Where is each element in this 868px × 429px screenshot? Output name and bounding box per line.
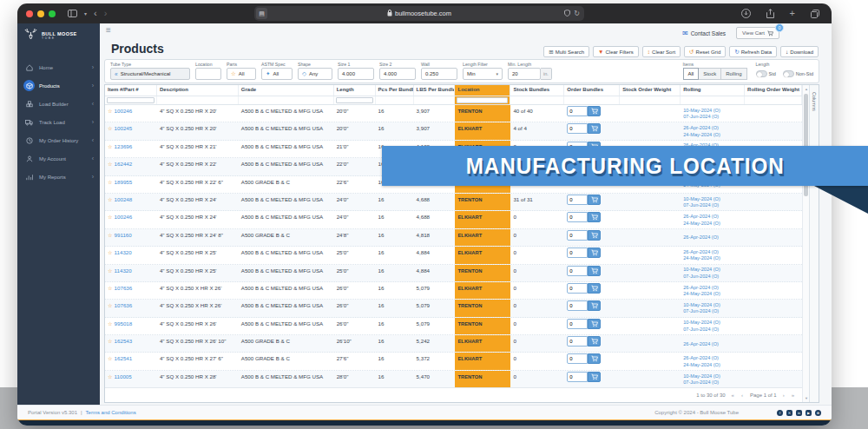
sidebar-item-home[interactable]: Home› <box>17 58 100 76</box>
toggle-std[interactable]: Std <box>756 70 776 77</box>
favorite-star-icon[interactable]: ☆ <box>108 320 113 327</box>
rolling-date-link[interactable]: 07-Jun-2024 (O) <box>683 274 742 280</box>
filter-input-item-part[interactable] <box>107 97 155 103</box>
rolling-date-link[interactable]: 10-May-2024 (O) <box>683 267 742 273</box>
add-to-cart-button[interactable] <box>588 106 601 116</box>
favorite-star-icon[interactable]: ☆ <box>108 196 113 202</box>
favorite-star-icon[interactable]: ☆ <box>108 285 113 291</box>
hamburger-menu-icon[interactable]: ≡ <box>106 25 111 35</box>
favorite-star-icon[interactable]: ☆ <box>108 179 113 185</box>
sidebar-item-products[interactable]: Products› <box>17 76 100 95</box>
item-number-link[interactable]: 991160 <box>115 232 132 238</box>
item-number-link[interactable]: 100248 <box>115 196 133 202</box>
refresh-data-button[interactable]: ↻Refresh Data <box>729 46 777 57</box>
globe-icon[interactable]: ⊕ <box>815 410 821 416</box>
tube-type-control[interactable]: «Structural/Mechanical <box>110 68 190 80</box>
favorite-star-icon[interactable]: ☆ <box>108 249 113 255</box>
add-to-cart-button[interactable] <box>588 319 601 329</box>
rolling-date-link[interactable]: 26-Apr-2024 (O) <box>683 285 742 291</box>
rolling-date-link[interactable]: 26-Apr-2024 (O) <box>683 249 742 255</box>
tab-overview-icon[interactable] <box>811 10 819 18</box>
rolling-date-link[interactable]: 24-May-2024 (O) <box>683 132 742 138</box>
favorite-star-icon[interactable]: ☆ <box>108 302 113 308</box>
download-button[interactable]: ↓Download <box>780 46 819 57</box>
favorite-star-icon[interactable]: ☆ <box>108 338 113 344</box>
order-qty-input[interactable] <box>567 106 588 116</box>
rolling-date-link[interactable]: 24-May-2024 (O) <box>683 362 742 368</box>
prev-page-button[interactable]: ‹ <box>741 393 744 398</box>
add-to-cart-button[interactable] <box>588 353 601 364</box>
add-to-cart-button[interactable] <box>588 372 601 382</box>
column-header-grade[interactable]: Grade <box>239 85 334 96</box>
size-2-control[interactable]: 4.000 <box>379 68 416 80</box>
clear-filters-button[interactable]: ▼Clear Filters <box>593 46 639 57</box>
downloads-icon[interactable] <box>741 9 751 18</box>
item-number-link[interactable]: 162442 <box>115 161 133 167</box>
rolling-date-link[interactable]: 24-May-2024 (O) <box>683 221 742 227</box>
share-icon[interactable] <box>766 9 774 18</box>
item-number-link[interactable]: 189955 <box>115 179 133 185</box>
column-header-description[interactable]: Description <box>157 85 239 96</box>
add-to-cart-button[interactable] <box>588 123 601 134</box>
multi-search-button[interactable]: ⊞Multi Search <box>543 46 589 57</box>
rolling-date-link[interactable]: 07-Jun-2024 (O) <box>683 308 742 314</box>
new-tab-icon[interactable]: + <box>790 9 795 18</box>
order-qty-input[interactable] <box>567 336 588 346</box>
linkedin-icon[interactable]: in <box>796 410 802 416</box>
order-qty-input[interactable] <box>567 319 588 329</box>
toggle-non-std[interactable]: Non-Std <box>783 70 813 77</box>
facebook-icon[interactable]: f <box>777 410 783 416</box>
order-qty-input[interactable] <box>567 300 588 311</box>
filter-input-location[interactable] <box>457 97 508 103</box>
order-qty-input[interactable] <box>567 195 588 205</box>
clear-sort-button[interactable]: ↕Clear Sort <box>642 46 681 57</box>
x-icon[interactable]: ✕ <box>786 410 792 416</box>
add-to-cart-button[interactable] <box>588 195 601 205</box>
item-number-link[interactable]: 107636 <box>115 302 133 308</box>
order-qty-input[interactable] <box>567 123 588 134</box>
rolling-date-link[interactable]: 26-Apr-2024 (O) <box>683 355 742 361</box>
astm-spec-control[interactable]: ✦All <box>261 68 293 80</box>
sidebar-chevron-icon[interactable]: ▾ <box>84 11 87 16</box>
items-option-rolling[interactable]: Rolling <box>721 68 746 80</box>
item-number-link[interactable]: 995018 <box>115 320 133 327</box>
rolling-date-link[interactable]: 10-May-2024 (O) <box>683 373 742 380</box>
shape-control[interactable]: ◇Any <box>298 68 332 80</box>
youtube-icon[interactable]: ▶ <box>806 410 812 416</box>
sidebar-item-my-account[interactable]: My Account‹ <box>17 149 100 168</box>
order-qty-input[interactable] <box>567 353 588 364</box>
rolling-date-link[interactable]: 07-Jun-2024 (O) <box>683 327 742 333</box>
favorite-star-icon[interactable]: ☆ <box>108 161 113 167</box>
rolling-date-link[interactable]: 07-Jun-2024 (O) <box>683 114 742 120</box>
favorite-star-icon[interactable]: ☆ <box>108 143 113 149</box>
column-header-stock-order-weight[interactable]: Stock Order Weight <box>620 85 681 96</box>
order-qty-input[interactable] <box>567 372 588 382</box>
add-to-cart-button[interactable] <box>588 266 601 276</box>
order-qty-input[interactable] <box>567 266 588 276</box>
add-to-cart-button[interactable] <box>588 336 601 346</box>
rolling-date-link[interactable]: 26-Apr-2024 (O) <box>683 234 742 241</box>
rolling-date-link[interactable]: 10-May-2024 (O) <box>683 108 742 114</box>
min-length-control[interactable]: 20 <box>508 68 541 80</box>
first-page-button[interactable]: « <box>732 393 735 398</box>
rolling-date-link[interactable]: 24-May-2024 (O) <box>683 255 742 261</box>
order-qty-input[interactable] <box>567 283 588 294</box>
rolling-date-link[interactable]: 10-May-2024 (O) <box>683 302 742 308</box>
sidebar-item-load-builder[interactable]: Load Builder‹ <box>17 95 100 113</box>
rolling-date-link[interactable]: 26-Apr-2024 (O) <box>683 341 742 347</box>
item-number-link[interactable]: 100246 <box>115 108 133 114</box>
columns-side-tab[interactable]: Columns <box>809 85 819 402</box>
rolling-date-link[interactable]: 24-May-2024 (O) <box>683 291 742 297</box>
rolling-date-link[interactable]: 07-Jun-2024 (O) <box>683 202 742 208</box>
item-number-link[interactable]: 100246 <box>115 214 133 220</box>
favorite-star-icon[interactable]: ☆ <box>108 125 113 131</box>
sidebar-toggle-icon[interactable] <box>68 10 77 17</box>
add-to-cart-button[interactable] <box>588 230 601 241</box>
item-number-link[interactable]: 114320 <box>115 249 132 255</box>
terms-link[interactable]: Terms and Conditions <box>86 410 136 415</box>
location-control[interactable] <box>195 68 221 80</box>
vertical-scrollbar[interactable]: ▲ ▼ <box>802 85 809 402</box>
item-number-link[interactable]: 162541 <box>115 355 133 361</box>
favorite-star-icon[interactable]: ☆ <box>108 232 113 238</box>
rolling-date-link[interactable]: 10-May-2024 (O) <box>683 320 742 326</box>
